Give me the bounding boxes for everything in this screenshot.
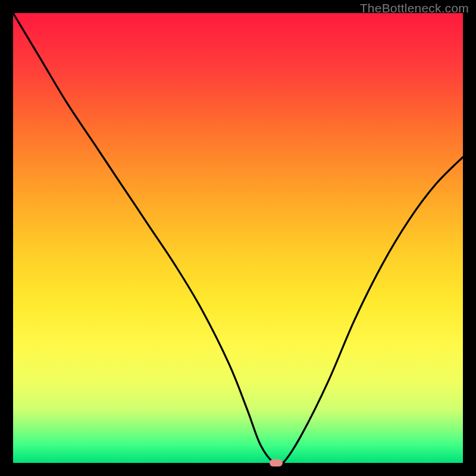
curve-path <box>13 13 463 463</box>
chart-plot-area <box>13 13 463 463</box>
bottleneck-curve <box>13 13 463 463</box>
minimum-marker <box>270 459 283 466</box>
chart-frame: TheBottleneck.com <box>0 0 476 476</box>
